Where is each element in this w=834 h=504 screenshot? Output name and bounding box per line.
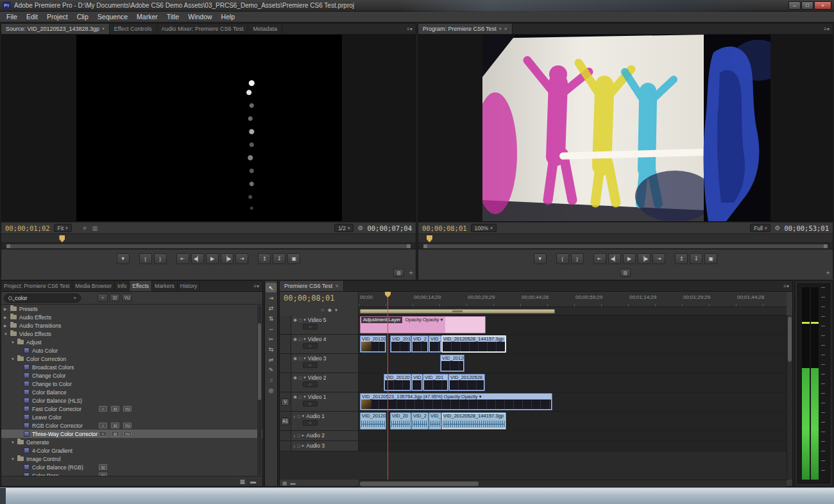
- twirl-icon[interactable]: ▼: [11, 340, 17, 344]
- toggle-track-output-icon[interactable]: ◉: [293, 394, 297, 399]
- clip-vid-20120528-144157-3gp[interactable]: VID_20120528_144157.3gp: [441, 412, 506, 430]
- rate-stretch-tool[interactable]: ⇔: [266, 324, 277, 333]
- track-content[interactable]: VID_201205VID_20VID_2VID_20VID_20120528_…: [359, 412, 787, 430]
- search-input[interactable]: color ×: [4, 294, 81, 303]
- source-playhead-marker[interactable]: [59, 235, 65, 242]
- tab-close-icon[interactable]: ×: [335, 283, 338, 289]
- clip-vid-20120528[interactable]: VID_20120528: [448, 374, 485, 391]
- twirl-icon[interactable]: ▶: [4, 307, 10, 311]
- clip-vid-20[interactable]: VID_20: [429, 335, 441, 353]
- twirl-icon[interactable]: ▶: [4, 315, 10, 319]
- track-lock-icon[interactable]: □: [298, 433, 300, 438]
- keyframe-display-icon[interactable]: ◇: [303, 382, 318, 387]
- source-patch-cell[interactable]: A1: [280, 412, 291, 430]
- source-patch-cell[interactable]: [280, 373, 291, 392]
- program-playhead-marker[interactable]: [427, 235, 432, 242]
- bin-audio-effects[interactable]: ▶Audio Effects: [1, 313, 262, 321]
- tab-markers[interactable]: Markers: [152, 281, 178, 291]
- mark-in-button[interactable]: {: [139, 253, 152, 264]
- collapse-track-icon[interactable]: ▾: [303, 356, 306, 361]
- track-header[interactable]: ◉□▾Video 1◇: [291, 392, 359, 411]
- slide-tool[interactable]: ⇌: [266, 355, 277, 364]
- timeline-horizontal-scrollbar[interactable]: [359, 480, 787, 487]
- source-patch-cell[interactable]: [280, 441, 291, 451]
- step-back-button[interactable]: ◀▏: [608, 253, 621, 264]
- effect-leave-color[interactable]: Leave Color: [1, 413, 262, 421]
- timeline-options-icon[interactable]: ▬: [291, 480, 296, 486]
- source-zoom-select[interactable]: Fit ▾: [54, 224, 72, 232]
- mark-out-button[interactable]: }: [571, 253, 584, 264]
- effects-scrollbar[interactable]: [257, 305, 262, 475]
- track-content[interactable]: VID_20120523_135754.3gp [47.95%] Opacity…: [359, 392, 787, 411]
- rolling-edit-tool[interactable]: ⇅: [266, 314, 277, 323]
- accelerated-effects-filter-icon[interactable]: ⚡: [98, 294, 108, 302]
- button-editor-plus-icon[interactable]: +: [826, 269, 830, 276]
- source-patch-cell[interactable]: [280, 315, 291, 334]
- bin-presets[interactable]: ▶Presets: [1, 305, 262, 313]
- source-patch-cell[interactable]: [280, 335, 291, 353]
- yuv-filter-icon[interactable]: YU: [122, 294, 132, 302]
- effect-change-to-color[interactable]: Change to Color: [1, 380, 262, 388]
- bin-image-control[interactable]: ▼Image Control: [1, 455, 262, 463]
- playhead[interactable]: [387, 292, 388, 480]
- source-scrub-bar[interactable]: [1, 233, 416, 243]
- selection-tool[interactable]: ↖: [266, 283, 277, 292]
- source-patch-a1[interactable]: A1: [281, 417, 289, 425]
- set-marker-icon[interactable]: ▾: [335, 307, 337, 313]
- lift-button[interactable]: ↥: [675, 253, 688, 264]
- export-frame-button[interactable]: ▣: [287, 253, 300, 264]
- toggle-track-output-icon[interactable]: ◉: [293, 337, 297, 342]
- speaker-icon[interactable]: ♪: [293, 444, 296, 448]
- set-encore-marker-icon[interactable]: ◆: [328, 307, 332, 313]
- clip-vid-20120528-144157-3gp[interactable]: VID_20120528_144157.3gp: [441, 335, 506, 353]
- extract-button[interactable]: ↧: [690, 253, 702, 264]
- tab-info[interactable]: Info: [115, 281, 130, 291]
- pen-tool[interactable]: ✎: [266, 365, 277, 374]
- effect-fast-color-corrector[interactable]: Fast Color Corrector⚡32YU: [1, 405, 262, 413]
- tab-audio-mixer-premiere-cs6-test[interactable]: Audio Mixer: Premiere CS6 Test: [157, 24, 249, 34]
- export-frame-button[interactable]: ▣: [704, 253, 717, 264]
- go-to-in-button[interactable]: ⇤: [593, 253, 606, 264]
- effect-three-way-color-corrector[interactable]: Three-Way Color Corrector⚡32YU: [1, 430, 262, 438]
- chevron-down-icon[interactable]: ▾: [102, 26, 105, 31]
- tab-history[interactable]: History: [178, 281, 200, 291]
- clear-search-icon[interactable]: ×: [73, 295, 76, 301]
- track-lock-icon[interactable]: □: [299, 376, 302, 380]
- menu-help[interactable]: Help: [217, 12, 240, 21]
- track-content[interactable]: [359, 441, 787, 451]
- effect-change-color[interactable]: Change Color: [1, 371, 262, 380]
- go-to-out-button[interactable]: ⇥: [652, 253, 665, 264]
- source-patch-cell[interactable]: [280, 431, 291, 441]
- twirl-icon[interactable]: ▼: [11, 357, 17, 361]
- twirl-icon[interactable]: ▼: [11, 441, 17, 444]
- delete-icon[interactable]: ▬: [250, 478, 256, 485]
- tab-metadata[interactable]: Metadata: [248, 24, 282, 34]
- clip-vid-201205[interactable]: VID_201205: [360, 412, 386, 430]
- ripple-edit-tool[interactable]: ⇄: [266, 303, 277, 313]
- tab-close-icon[interactable]: ×: [504, 26, 507, 32]
- collapse-track-icon[interactable]: ▾: [302, 414, 305, 419]
- toggle-track-output-icon[interactable]: ◉: [293, 317, 297, 323]
- new-custom-bin-icon[interactable]: ▦: [239, 478, 245, 485]
- menu-clip[interactable]: Clip: [72, 12, 93, 21]
- collapse-track-icon[interactable]: ▾: [303, 375, 306, 380]
- work-area-bar[interactable]: [360, 309, 555, 314]
- collapse-track-icon[interactable]: ▾: [303, 317, 306, 323]
- effect-color-balance-rgb[interactable]: Color Balance (RGB)32: [1, 463, 262, 471]
- lift-button[interactable]: ↥: [258, 253, 271, 264]
- panel-menu-icon[interactable]: ≡▾: [783, 283, 789, 289]
- clip-vid-20120[interactable]: VID_20120: [440, 355, 464, 372]
- source-patch-cell[interactable]: [280, 354, 291, 373]
- speaker-icon[interactable]: ♪: [293, 433, 296, 438]
- collapse-track-icon[interactable]: ▸: [302, 443, 305, 448]
- effect-auto-color[interactable]: Auto Color: [1, 346, 262, 355]
- timeline-vertical-scrollbar[interactable]: [787, 315, 792, 480]
- timeline-current-timecode[interactable]: 00;00;08;01: [280, 292, 358, 303]
- minimize-button[interactable]: –: [788, 1, 801, 10]
- play-button[interactable]: ▶: [623, 253, 636, 264]
- track-content[interactable]: [359, 431, 787, 441]
- menu-project[interactable]: Project: [42, 12, 72, 21]
- safe-margins-icon[interactable]: #: [83, 225, 87, 231]
- clip-vid-20[interactable]: VID_20: [390, 412, 411, 430]
- step-back-button[interactable]: ◀▏: [191, 253, 204, 264]
